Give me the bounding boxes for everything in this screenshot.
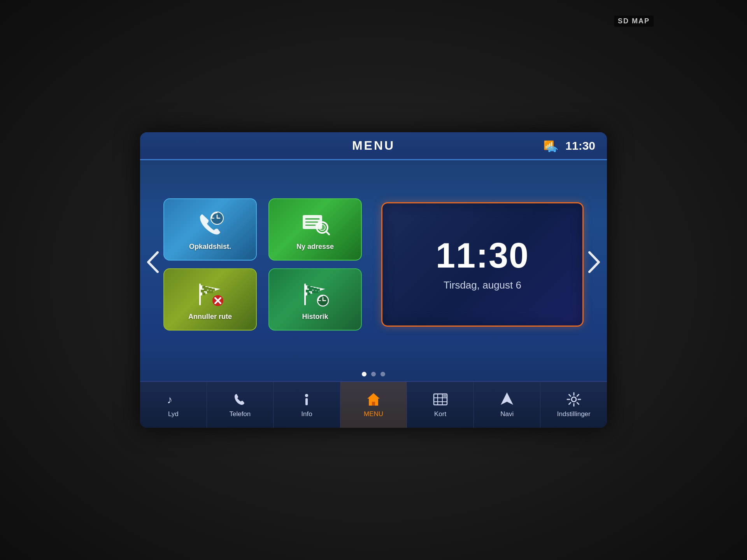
svg-rect-22 [210, 291, 213, 293]
nav-label-lyd: Lyd [168, 410, 179, 418]
bluetooth-car-icon: 📶 [544, 140, 561, 152]
clock-widget[interactable]: 11:30 Tirsdag, august 6 [381, 202, 584, 327]
nav-arrow-right[interactable] [587, 250, 601, 278]
svg-rect-24 [202, 292, 205, 295]
opkald-icon-area [195, 208, 226, 240]
nav-label-indstillinger: Indstillinger [557, 410, 591, 418]
historik-label: Historik [302, 313, 328, 321]
navigation-icon [499, 392, 515, 407]
page-dot-2 [371, 372, 376, 376]
address-search-icon [300, 211, 331, 236]
app-tile-historik[interactable]: Historik [268, 268, 362, 331]
nav-item-lyd[interactable]: ♪ Lyd [140, 382, 207, 428]
svg-rect-19 [212, 289, 215, 291]
svg-point-54 [572, 397, 576, 402]
flag-cancel-icon [195, 280, 226, 308]
svg-rect-46 [372, 402, 375, 406]
historik-icon-area [300, 278, 331, 310]
svg-rect-37 [306, 290, 309, 292]
sd-map-label: SD MAP [614, 16, 654, 27]
clock-time: 11:30 [436, 238, 529, 273]
ny-adresse-icon-area [300, 208, 331, 240]
opkald-label: Opkaldshist. [189, 243, 231, 251]
svg-marker-53 [501, 392, 513, 405]
nav-label-info: Info [301, 410, 312, 418]
nav-item-menu[interactable]: MENU [340, 382, 407, 428]
svg-rect-33 [317, 289, 320, 291]
music-icon: ♪ [165, 392, 181, 407]
annuller-icon-area [195, 278, 226, 310]
header-title: MENU [352, 138, 395, 153]
svg-rect-34 [309, 289, 312, 291]
page-dot-1 [362, 372, 366, 376]
nav-item-telefon[interactable]: Telefon [207, 382, 274, 428]
main-content: Opkaldshist. [140, 160, 607, 369]
svg-rect-21 [207, 290, 210, 293]
info-icon [299, 392, 314, 407]
nav-item-kort[interactable]: Kort [407, 382, 474, 428]
page-dot-3 [381, 372, 385, 376]
annuller-rute-label: Annuller rute [188, 313, 232, 321]
nav-arrow-left[interactable] [146, 250, 160, 278]
page-dots [140, 369, 607, 381]
svg-rect-44 [305, 398, 308, 405]
svg-rect-18 [209, 288, 212, 290]
svg-line-13 [326, 231, 329, 234]
nav-item-indstillinger[interactable]: Indstillinger [540, 382, 607, 428]
header-time: 11:30 [565, 139, 595, 152]
svg-rect-32 [314, 288, 317, 290]
svg-rect-16 [202, 286, 205, 289]
clock-date: Tirsdag, august 6 [444, 279, 521, 291]
phone-history-icon [195, 210, 226, 238]
flag-history-icon [300, 280, 331, 308]
app-tile-annuller-rute[interactable]: Annuller rute [163, 268, 257, 331]
svg-rect-35 [312, 290, 315, 293]
phone-icon [232, 392, 248, 407]
svg-rect-20 [204, 289, 207, 291]
car-bezel: SD MAP MENU 📶 11:30 [0, 0, 747, 560]
home-icon [366, 392, 381, 407]
app-tile-opkaldshist[interactable]: Opkaldshist. [163, 198, 257, 261]
nav-label-menu: MENU [364, 410, 383, 418]
nav-label-telefon: Telefon [229, 410, 251, 418]
svg-rect-36 [315, 291, 318, 293]
screen: MENU 📶 11:30 [140, 132, 607, 428]
svg-rect-38 [307, 292, 310, 295]
header: MENU 📶 11:30 [140, 132, 607, 160]
nav-label-navi: Navi [500, 410, 514, 418]
nav-item-info[interactable]: Info [274, 382, 340, 428]
svg-rect-52 [443, 395, 446, 397]
nav-label-kort: Kort [434, 410, 446, 418]
svg-point-43 [305, 394, 308, 397]
svg-text:♪: ♪ [167, 394, 172, 406]
map-icon [433, 392, 448, 407]
app-tile-ny-adresse[interactable]: Ny adresse [268, 198, 362, 261]
settings-icon [566, 392, 582, 407]
nav-item-navi[interactable]: Navi [474, 382, 541, 428]
apps-grid: Opkaldshist. [163, 198, 366, 331]
header-right: 📶 11:30 [544, 139, 595, 152]
svg-rect-23 [201, 290, 204, 292]
ny-adresse-label: Ny adresse [296, 243, 334, 251]
bottom-nav: ♪ Lyd Telefon [140, 381, 607, 428]
svg-rect-30 [307, 286, 310, 289]
svg-point-12 [319, 224, 325, 231]
screen-container: MENU 📶 11:30 [140, 132, 607, 428]
